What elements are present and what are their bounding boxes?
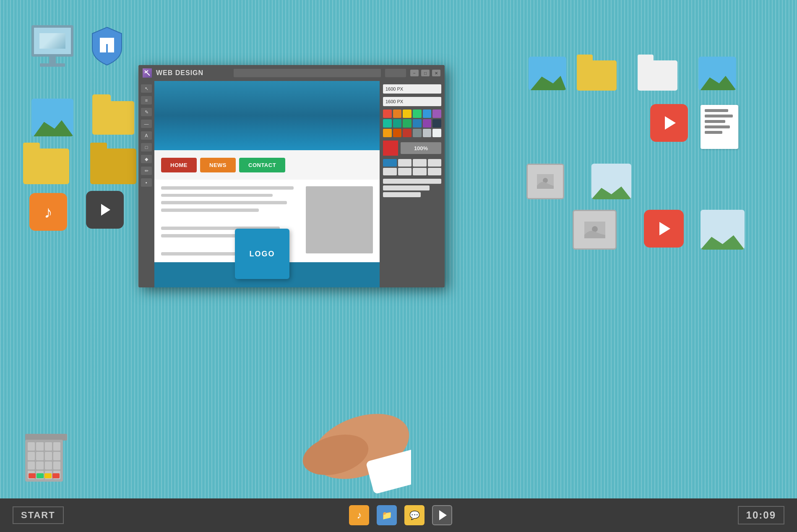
active-color-swatch[interactable] bbox=[383, 141, 398, 156]
zoom-row: 100% bbox=[383, 141, 441, 156]
swatch-crimson[interactable] bbox=[403, 129, 412, 137]
line-tool[interactable]: — bbox=[141, 120, 152, 128]
logo-card-text: LOGO bbox=[250, 250, 275, 258]
canvas-nav: HOME NEWS CONTACT bbox=[154, 150, 380, 180]
width-input-row: 1600 PX bbox=[383, 84, 441, 94]
bar-3 bbox=[383, 192, 421, 197]
window-address-bar-2[interactable] bbox=[385, 69, 406, 77]
window-toolbar: ↖ ≡ ✎ — A □ ◆ ✏ ▪ bbox=[138, 81, 154, 287]
mini-swatch-4[interactable] bbox=[428, 159, 442, 167]
music-icon[interactable]: ♪ bbox=[29, 193, 67, 231]
canvas-image-placeholder bbox=[306, 186, 373, 253]
panel-white-bars bbox=[383, 179, 441, 197]
taskbar-icons: ♪ 📁 💬 bbox=[349, 505, 452, 525]
folder-icon-2[interactable] bbox=[23, 143, 69, 184]
rect-tool[interactable]: □ bbox=[141, 143, 152, 151]
color-swatches bbox=[383, 110, 441, 137]
window-right-panel: 1600 PX 1600 PX 100% bbox=[380, 81, 445, 287]
logo-card[interactable]: LOGO bbox=[235, 229, 289, 279]
extra-tool[interactable]: ▪ bbox=[141, 178, 152, 187]
photo-icon-tr1[interactable] bbox=[529, 57, 566, 90]
mini-swatch-5[interactable] bbox=[383, 168, 397, 175]
youtube-icon-lr[interactable] bbox=[644, 210, 684, 248]
swatch-green[interactable] bbox=[413, 110, 422, 118]
document-icon-1[interactable] bbox=[701, 105, 738, 149]
taskbar-play-icon[interactable] bbox=[432, 505, 452, 525]
window-address-bar[interactable] bbox=[234, 69, 381, 77]
photo-icon-1[interactable] bbox=[31, 99, 73, 136]
mini-swatch-8[interactable] bbox=[428, 168, 442, 175]
folder-icon-3[interactable] bbox=[90, 143, 136, 184]
swatch-orange[interactable] bbox=[393, 110, 402, 118]
maximize-button[interactable]: □ bbox=[421, 70, 430, 76]
swatch-white[interactable] bbox=[432, 129, 441, 137]
swatch-dark-blue[interactable] bbox=[413, 119, 422, 128]
mini-swatch-7[interactable] bbox=[413, 168, 427, 175]
photo-icon-tr2[interactable] bbox=[698, 57, 736, 90]
swatch-purple[interactable] bbox=[432, 110, 441, 118]
folder-icon-top-right-2[interactable] bbox=[638, 55, 677, 91]
mini-swatch-2[interactable] bbox=[398, 159, 412, 167]
swatch-yellow[interactable] bbox=[403, 110, 412, 118]
nav-contact-button[interactable]: CONTACT bbox=[239, 158, 285, 172]
height-input[interactable]: 1600 PX bbox=[383, 97, 441, 106]
shape-tool[interactable]: ◆ bbox=[141, 155, 152, 163]
swatch-teal[interactable] bbox=[383, 119, 392, 128]
taskbar-clock: 10:09 bbox=[738, 506, 784, 524]
bar-2 bbox=[383, 185, 430, 190]
window-controls: − □ ✕ bbox=[410, 70, 440, 76]
folder-icon-1[interactable] bbox=[92, 94, 134, 135]
monitor-screen-inner bbox=[39, 33, 65, 49]
swatch-dark-green[interactable] bbox=[403, 119, 412, 128]
mini-swatch-6[interactable] bbox=[398, 168, 412, 175]
nav-home-button[interactable]: HOME bbox=[161, 158, 197, 172]
taskbar-chat-icon[interactable]: 💬 bbox=[404, 505, 425, 525]
text-tool[interactable]: A bbox=[141, 131, 152, 140]
taskbar-folder-icon[interactable]: 📁 bbox=[377, 505, 397, 525]
select-tool[interactable]: ↖ bbox=[141, 84, 152, 93]
mini-color-grid bbox=[383, 159, 441, 175]
swatch-dark-teal[interactable] bbox=[393, 119, 402, 128]
photo-icon-mr2[interactable] bbox=[591, 164, 631, 199]
swatch-blue[interactable] bbox=[423, 110, 432, 118]
monitor-base bbox=[40, 63, 65, 67]
swatch-red[interactable] bbox=[383, 110, 392, 118]
text-line-1 bbox=[161, 186, 294, 190]
nav-news-button[interactable]: NEWS bbox=[200, 158, 236, 172]
menu-tool[interactable]: ≡ bbox=[141, 96, 152, 104]
pen-tool[interactable]: ✎ bbox=[141, 108, 152, 116]
shield-icon[interactable] bbox=[88, 25, 126, 69]
eraser-tool[interactable]: ✏ bbox=[141, 167, 152, 175]
mini-swatch-3[interactable] bbox=[413, 159, 427, 167]
photo-icon-lr1[interactable] bbox=[573, 210, 617, 250]
minimize-button[interactable]: − bbox=[410, 70, 419, 76]
swatch-light-gray[interactable] bbox=[423, 129, 432, 137]
trash-icon[interactable] bbox=[25, 434, 67, 482]
youtube-icon-right[interactable] bbox=[650, 104, 688, 142]
swatch-gray[interactable] bbox=[413, 129, 422, 137]
swatch-dark-purple[interactable] bbox=[423, 119, 432, 128]
photo-icon-lr2[interactable] bbox=[701, 210, 745, 250]
youtube-icon-left[interactable] bbox=[86, 191, 124, 229]
taskbar: START ♪ 📁 💬 10:09 bbox=[0, 498, 797, 532]
taskbar-music-icon[interactable]: ♪ bbox=[349, 505, 369, 525]
text-line-3 bbox=[161, 201, 287, 204]
window-titlebar: WEB DESIGN − □ ✕ bbox=[138, 65, 445, 81]
close-button[interactable]: ✕ bbox=[432, 70, 440, 76]
mini-swatch-1[interactable] bbox=[383, 159, 397, 167]
swatch-navy[interactable] bbox=[432, 119, 441, 128]
bar-1 bbox=[383, 179, 441, 184]
swatch-burnt[interactable] bbox=[393, 129, 402, 137]
monitor-icon[interactable] bbox=[25, 25, 80, 76]
monitor-screen bbox=[31, 25, 73, 57]
swatch-amber[interactable] bbox=[383, 129, 392, 137]
photo-icon-mr1[interactable] bbox=[526, 164, 564, 199]
width-input[interactable]: 1600 PX bbox=[383, 84, 441, 94]
start-button[interactable]: START bbox=[13, 506, 64, 524]
main-window: WEB DESIGN − □ ✕ ↖ ≡ ✎ — A □ ◆ ✏ ▪ 1600 … bbox=[138, 65, 445, 287]
zoom-level[interactable]: 100% bbox=[401, 142, 441, 154]
text-line-6 bbox=[161, 234, 245, 237]
folder-icon-top-right[interactable] bbox=[577, 55, 617, 91]
window-app-icon bbox=[143, 68, 152, 78]
height-input-row: 1600 PX bbox=[383, 97, 441, 106]
